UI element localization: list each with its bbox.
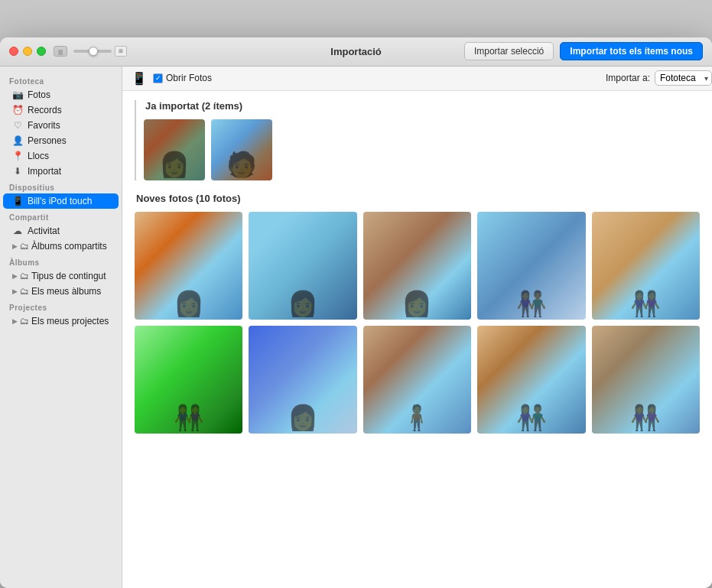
grid-view-toggle[interactable]: ⊞	[115, 46, 127, 57]
import-selection-button[interactable]: Importar selecció	[464, 42, 554, 60]
new-photo-silhouette-9: 👫	[477, 369, 585, 434]
sidebar-toggle-area: |||	[54, 46, 67, 57]
sidebar-label-importat: Importat	[28, 166, 61, 177]
silhouette-icon-2: 👩	[288, 289, 318, 318]
section-label-dispositius: Dispositius	[0, 179, 122, 193]
new-photo-silhouette-4: 👫	[477, 255, 585, 320]
new-photo-silhouette-1: 👩	[135, 255, 242, 320]
sidebar-toggle-button[interactable]: |||	[54, 46, 67, 57]
sidebar: Fototeca 📷 Fotos ⏰ Records ♡ Favorits 👤 …	[0, 67, 122, 588]
device-phone-icon: 📱	[132, 71, 147, 86]
pin-icon: 📍	[12, 151, 23, 161]
new-photo-3[interactable]: 👩	[363, 212, 471, 320]
sidebar-item-favorits[interactable]: ♡ Favorits	[3, 118, 119, 133]
imported-photo-2[interactable]: 🧑	[211, 119, 272, 180]
new-photo-silhouette-6: 👭	[135, 369, 242, 434]
photo-silhouette-1: 👩	[144, 144, 205, 180]
sidebar-item-albums-compartits[interactable]: ▶ 🗂 Àlbums compartits	[3, 239, 119, 254]
import-destination-select[interactable]: Fototeca	[655, 70, 712, 86]
app-window: ||| ⊞ Importació Importar selecció Impor…	[0, 37, 712, 588]
expand-arrow-icon-4: ▶	[12, 317, 18, 325]
import-toolbar: 📱 ✓ Obrir Fotos Importar a: Fototeca	[122, 67, 712, 91]
silhouette-icon-10: 👭	[630, 403, 661, 432]
new-photo-silhouette-10: 👭	[592, 369, 700, 434]
new-photo-4[interactable]: 👫	[477, 212, 585, 320]
photos-scroll-area[interactable]: Ja importat (2 ítems) 👩 🧑	[122, 91, 712, 588]
import-all-button[interactable]: Importar tots els ítems nous	[560, 42, 703, 60]
section-label-albums: Àlbums	[0, 254, 122, 268]
expand-arrow-icon: ▶	[12, 242, 18, 250]
open-fotos-checkbox[interactable]: ✓	[153, 73, 163, 83]
sidebar-label-fotos: Fotos	[28, 89, 50, 100]
sidebar-item-bills-ipod[interactable]: 📱 Bill's iPod touch	[3, 193, 119, 209]
cloud-icon: ☁	[12, 226, 23, 236]
new-photo-7[interactable]: 👩	[249, 326, 356, 434]
new-photo-8[interactable]: 🧍	[363, 326, 471, 434]
import-to-area: Importar a: Fototeca	[606, 70, 712, 86]
new-photos-section-header: Noves fotos (10 fotos)	[135, 193, 700, 204]
new-photo-silhouette-3: 👩	[363, 255, 471, 320]
sidebar-item-activitat[interactable]: ☁ Activitat	[3, 223, 119, 239]
silhouette-icon-6: 👭	[174, 403, 204, 432]
silhouette-icon-5: 👭	[630, 289, 661, 318]
phone-icon: 📱	[12, 196, 23, 206]
sidebar-label-bills-ipod: Bill's iPod touch	[28, 196, 92, 206]
import-destination-select-wrapper[interactable]: Fototeca	[655, 70, 712, 86]
close-button[interactable]	[9, 47, 18, 56]
folder-icon-4: 🗂	[19, 316, 30, 326]
import-to-label: Importar a:	[606, 73, 650, 83]
section-label-projectes: Projectes	[0, 299, 122, 313]
person-silhouette: 👩	[159, 150, 190, 179]
sidebar-label-albums: Els meus àlbums	[31, 286, 101, 297]
person-silhouette-2: 🧑	[226, 150, 257, 179]
sidebar-label-llocs: Llocs	[28, 151, 49, 161]
new-photo-2[interactable]: 👩	[249, 212, 356, 320]
download-icon: ⬇	[12, 166, 23, 177]
clock-icon: ⏰	[12, 105, 23, 115]
section-label-compartit: Compartit	[0, 209, 122, 223]
new-photo-silhouette-8: 🧍	[363, 369, 471, 434]
sidebar-item-fotos[interactable]: 📷 Fotos	[3, 87, 119, 102]
camera-icon: 📷	[12, 89, 23, 100]
silhouette-icon-3: 👩	[402, 289, 432, 318]
sidebar-label-tipus: Tipus de contingut	[31, 271, 106, 281]
sidebar-item-els-meus-projectes[interactable]: ▶ 🗂 Els meus projectes	[3, 313, 119, 329]
window-title: Importació	[330, 46, 381, 57]
traffic-lights	[9, 47, 46, 56]
sidebar-label-favorits: Favorits	[28, 120, 60, 131]
silhouette-icon-4: 👫	[516, 289, 547, 318]
titlebar: ||| ⊞ Importació Importar selecció Impor…	[0, 37, 712, 67]
sidebar-item-persones[interactable]: 👤 Persones	[3, 133, 119, 148]
sidebar-item-importat[interactable]: ⬇ Importat	[3, 164, 119, 179]
sidebar-label-persones: Persones	[28, 135, 67, 146]
sidebar-label-albums-compartits: Àlbums compartits	[31, 241, 107, 252]
open-fotos-label: Obrir Fotos	[166, 73, 212, 83]
sidebar-label-activitat: Activitat	[28, 226, 60, 236]
new-photo-1[interactable]: 👩	[135, 212, 242, 320]
section-label-fototeca: Fototeca	[0, 73, 122, 87]
imported-photo-1[interactable]: 👩	[144, 119, 205, 180]
open-fotos-checkbox-area[interactable]: ✓ Obrir Fotos	[153, 73, 212, 83]
sidebar-item-els-meus-albums[interactable]: ▶ 🗂 Els meus àlbums	[3, 284, 119, 299]
maximize-button[interactable]	[37, 47, 46, 56]
sidebar-item-records[interactable]: ⏰ Records	[3, 102, 119, 118]
new-photo-9[interactable]: 👫	[477, 326, 585, 434]
minimize-button[interactable]	[23, 47, 32, 56]
silhouette-icon-1: 👩	[174, 289, 204, 318]
new-photo-silhouette-7: 👩	[249, 369, 356, 434]
new-photo-5[interactable]: 👭	[592, 212, 700, 320]
photo-silhouette-2: 🧑	[211, 144, 272, 180]
sidebar-item-llocs[interactable]: 📍 Llocs	[3, 148, 119, 164]
new-photo-6[interactable]: 👭	[135, 326, 242, 434]
zoom-slider-thumb[interactable]	[89, 47, 98, 56]
expand-arrow-icon-2: ▶	[12, 272, 18, 280]
zoom-slider-track	[73, 50, 112, 53]
expand-arrow-icon-3: ▶	[12, 288, 18, 295]
silhouette-icon-7: 👩	[288, 403, 318, 432]
sidebar-item-tipus-contingut[interactable]: ▶ 🗂 Tipus de contingut	[3, 268, 119, 284]
folder-icon: 🗂	[19, 241, 30, 252]
new-photos-section: Noves fotos (10 fotos) 👩 👩	[135, 193, 700, 434]
person-icon: 👤	[12, 135, 23, 146]
imported-section-header: Ja importat (2 ítems)	[144, 100, 700, 112]
new-photo-10[interactable]: 👭	[592, 326, 700, 434]
